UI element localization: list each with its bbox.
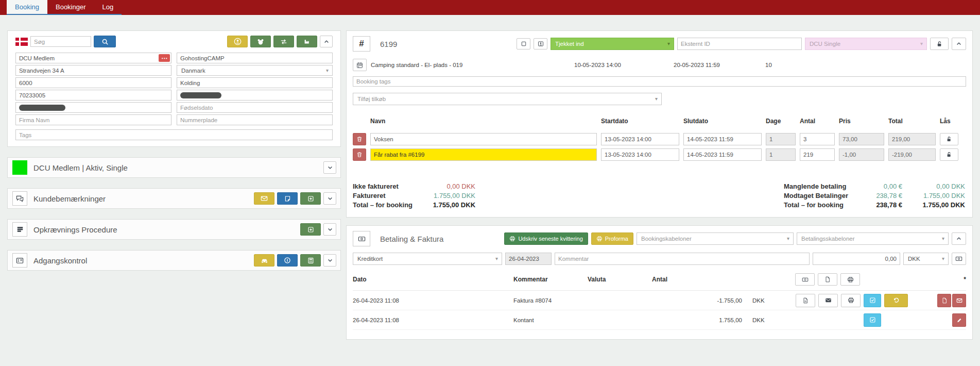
booking-status-select[interactable]: Tjekket ind <box>551 38 674 50</box>
payment-method-select[interactable]: Kreditkort <box>353 253 502 265</box>
file-icon <box>824 276 831 282</box>
item-qty-input[interactable] <box>800 133 835 145</box>
item-row <box>353 148 966 161</box>
city-field[interactable] <box>177 77 333 88</box>
printer-icon <box>596 236 603 242</box>
item-row <box>353 133 966 145</box>
booking-templates-select[interactable]: Bookingskabeloner <box>637 232 794 245</box>
company-name-field[interactable] <box>15 114 171 125</box>
email-field-redacted[interactable] <box>177 90 333 101</box>
print-all-button[interactable] <box>840 273 860 286</box>
item-lock-button[interactable] <box>940 148 958 161</box>
transfer-button[interactable] <box>273 36 294 47</box>
summary-value: 1.755,00 DKK <box>418 201 475 209</box>
membership-expand-button[interactable] <box>323 161 336 174</box>
item-name-input[interactable] <box>370 133 597 145</box>
zip-field[interactable] <box>15 77 171 88</box>
tab-booking[interactable]: Booking <box>7 0 47 14</box>
proforma-button[interactable]: Proforma <box>591 232 633 245</box>
item-name-input-discount[interactable] <box>370 148 597 161</box>
top-navigation-bar: Booking Bookinger Log <box>0 0 980 15</box>
access-expand-button[interactable] <box>323 254 336 267</box>
booking-calendar-button[interactable] <box>353 59 367 71</box>
send-note-button[interactable] <box>254 192 274 205</box>
address-field[interactable] <box>15 65 171 76</box>
payment-currency: DKK <box>752 297 773 304</box>
credit-pdf-button[interactable] <box>937 294 951 307</box>
customer-collapse-button[interactable] <box>320 36 333 47</box>
add-billing-procedure-button[interactable] <box>300 223 321 236</box>
pets-button[interactable] <box>250 36 271 47</box>
item-end-input[interactable] <box>683 148 762 161</box>
phone-field[interactable] <box>15 90 171 101</box>
undo-icon <box>893 297 900 304</box>
item-total-input <box>888 148 936 161</box>
token-access-button[interactable] <box>277 254 298 267</box>
notes-expand-button[interactable] <box>323 192 336 205</box>
mobile-field-redacted[interactable] <box>15 102 171 113</box>
booking-tags-input[interactable] <box>353 76 966 87</box>
payment-date-input[interactable] <box>505 253 552 265</box>
country-select[interactable]: Danmark <box>177 65 333 76</box>
col-currency: Valuta <box>588 276 652 283</box>
unlock-icon <box>946 136 952 142</box>
booking-collapse-button[interactable] <box>952 38 966 50</box>
payment-amount-input[interactable] <box>813 253 900 265</box>
payment-comment-input[interactable] <box>555 253 810 265</box>
bulk-payment-button[interactable] <box>795 273 815 286</box>
booking-end-date: 20-05-2023 11:59 <box>674 62 761 68</box>
item-price-input <box>839 148 884 161</box>
billing-procedure-section: Opkrævnings Procedure <box>7 219 341 240</box>
credit-email-button[interactable] <box>952 294 966 307</box>
chevron-down-icon <box>327 164 333 171</box>
billing-expand-button[interactable] <box>323 223 336 236</box>
company-button[interactable] <box>297 36 317 47</box>
customer-notes-section: Kundebemærkninger <box>7 188 341 209</box>
customer-tags-field[interactable] <box>15 129 333 140</box>
booking-nights: 10 <box>765 62 966 68</box>
edit-payment-button[interactable] <box>952 313 966 327</box>
payment-currency-select[interactable]: DKK <box>903 253 949 265</box>
customer-lookup-button[interactable]: ⋯ <box>159 54 170 62</box>
item-start-input[interactable] <box>601 148 679 161</box>
item-end-input[interactable] <box>683 133 762 145</box>
print-latest-receipt-button[interactable]: Udskriv seneste kvittering <box>504 232 588 245</box>
keycard-access-button[interactable] <box>300 254 321 267</box>
booking-lock-button[interactable] <box>930 38 949 50</box>
item-lock-button[interactable] <box>940 133 958 145</box>
invoice-pdf-button[interactable] <box>796 294 815 307</box>
select-booking-button[interactable] <box>517 38 530 49</box>
search-input[interactable] <box>30 36 91 47</box>
external-id-input[interactable] <box>677 38 802 50</box>
birthdate-field[interactable] <box>177 102 333 113</box>
note-button[interactable] <box>277 192 298 205</box>
new-document-button[interactable] <box>818 273 837 286</box>
add-note-button[interactable] <box>300 192 321 205</box>
booking-type-select[interactable]: DCU Single <box>805 38 927 50</box>
register-payment-button[interactable] <box>952 253 966 265</box>
item-qty-input[interactable] <box>800 148 835 161</box>
tab-bookinger[interactable]: Bookinger <box>47 0 94 14</box>
email-invoice-button[interactable] <box>818 294 838 307</box>
addon-select[interactable]: Tilføj tilkøb <box>353 93 662 105</box>
customer-name-field[interactable] <box>15 53 171 63</box>
plus-square-icon <box>307 195 314 202</box>
license-plate-field[interactable] <box>177 114 333 125</box>
search-button[interactable] <box>94 36 116 47</box>
envelope-icon <box>825 297 832 304</box>
delete-item-button[interactable] <box>353 133 366 145</box>
vehicle-access-button[interactable] <box>254 254 274 267</box>
camp-field[interactable] <box>177 53 333 63</box>
customer-profile-button[interactable] <box>227 36 248 47</box>
revert-invoice-button[interactable] <box>884 294 908 307</box>
item-start-input[interactable] <box>601 133 679 145</box>
guest-card-button[interactable] <box>534 38 547 49</box>
payment-templates-select[interactable]: Betalingsskabeloner <box>797 232 949 245</box>
col-comment: Kommentar <box>513 276 588 283</box>
confirm-payment-button[interactable] <box>864 313 881 327</box>
confirm-invoice-button[interactable] <box>864 294 881 307</box>
print-invoice-button[interactable] <box>841 294 861 307</box>
delete-item-button[interactable] <box>353 148 366 161</box>
tab-log[interactable]: Log <box>94 0 122 14</box>
payment-collapse-button[interactable] <box>952 232 966 245</box>
